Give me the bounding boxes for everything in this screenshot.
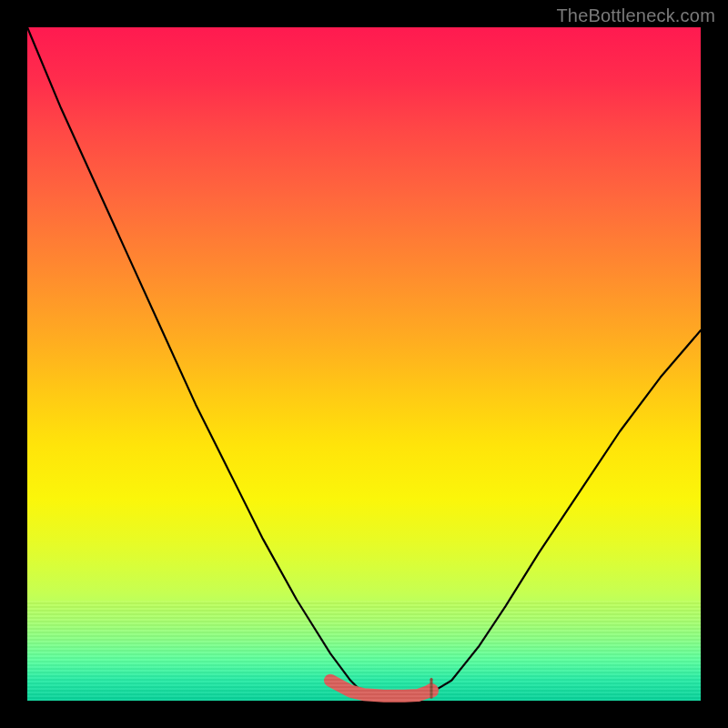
watermark-text: TheBottleneck.com	[556, 5, 715, 26]
plot-area	[27, 27, 701, 701]
chart-svg	[27, 27, 701, 701]
chart-frame: TheBottleneck.com	[0, 0, 728, 728]
optimal-range-highlight	[330, 681, 431, 696]
bottleneck-curve	[27, 27, 701, 697]
